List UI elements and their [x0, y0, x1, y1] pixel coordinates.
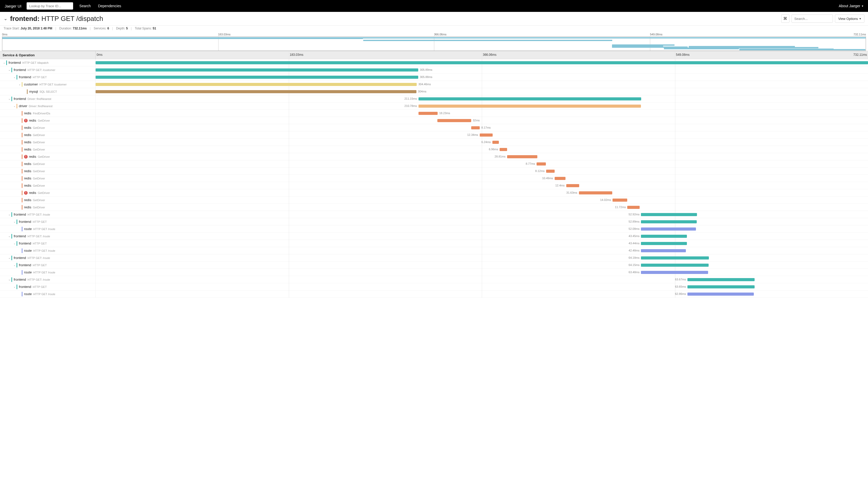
span-row[interactable]: mysqlSQL SELECT304ms — [0, 88, 868, 95]
expand-icon[interactable]: ⌄ — [12, 76, 17, 78]
span-bar[interactable] — [96, 76, 418, 79]
span-row[interactable]: routeHTTP GET /route62.86ms — [0, 290, 868, 298]
span-row[interactable]: ⌄frontendDriver::findNearest211.15ms — [0, 95, 868, 102]
span-row[interactable]: ⌄frontendHTTP GET305.88ms — [0, 73, 868, 81]
span-bar[interactable] — [500, 148, 507, 151]
span-row[interactable]: !redisGetDriver31.63ms — [0, 189, 868, 196]
expand-icon[interactable]: ⌄ — [7, 97, 11, 100]
service-color-bar — [22, 154, 23, 159]
expand-icon[interactable]: ⌄ — [7, 68, 11, 71]
span-bar[interactable] — [492, 141, 499, 144]
span-row[interactable]: redisGetDriver8.77ms — [0, 160, 868, 167]
span-row[interactable]: ⌄frontendHTTP GET: /route63.67ms — [0, 276, 868, 283]
span-bar[interactable] — [96, 90, 416, 93]
span-bar[interactable] — [687, 278, 754, 281]
span-duration-label: 52.92ms — [628, 213, 640, 216]
error-icon: ! — [24, 119, 28, 122]
span-bar[interactable] — [418, 104, 641, 108]
span-row[interactable]: redisGetDriver8.12ms — [0, 167, 868, 175]
span-bar[interactable] — [418, 97, 641, 100]
span-row[interactable]: redisGetDriver12.4ms — [0, 182, 868, 189]
span-bar[interactable] — [507, 155, 537, 158]
span-operation: GetDriver — [33, 206, 45, 209]
shortcuts-button[interactable]: ⌘ — [781, 14, 789, 23]
span-row[interactable]: redisGetDriver6.24ms — [0, 139, 868, 146]
span-row[interactable]: ⌄frontendHTTP GET63.65ms — [0, 283, 868, 290]
collapse-icon[interactable]: ⌄ — [4, 16, 7, 22]
span-operation: HTTP GET: /route — [28, 235, 50, 238]
span-bar[interactable] — [613, 198, 627, 202]
expand-icon[interactable]: ⌄ — [7, 278, 11, 281]
span-bar[interactable] — [641, 227, 696, 231]
span-bar[interactable] — [536, 162, 546, 165]
expand-icon[interactable]: ⌄ — [7, 213, 11, 216]
trace-lookup-input[interactable] — [27, 2, 73, 9]
span-row[interactable]: ⌄frontendHTTP GET: /route52.92ms — [0, 211, 868, 218]
span-row[interactable]: !redisGetDriver28.81ms — [0, 153, 868, 160]
span-bar[interactable] — [641, 220, 697, 223]
span-bar[interactable] — [555, 177, 566, 180]
span-bar[interactable] — [437, 119, 471, 122]
expand-icon[interactable]: ⌄ — [7, 235, 11, 237]
span-row[interactable]: ⌄frontendHTTP GET52.89ms — [0, 218, 868, 225]
span-row[interactable]: !redisGetDriver32ms — [0, 117, 868, 124]
span-row[interactable]: redisGetDriver14.02ms — [0, 196, 868, 204]
expand-icon[interactable]: ⌄ — [12, 104, 17, 107]
expand-icon[interactable]: ⌄ — [2, 61, 6, 64]
expand-icon[interactable]: ⌄ — [7, 256, 11, 259]
span-bar[interactable] — [566, 184, 580, 187]
span-bar[interactable] — [627, 206, 640, 209]
nav-about[interactable]: About Jaeger ▾ — [839, 4, 863, 8]
span-bar[interactable] — [471, 126, 480, 129]
expand-icon[interactable]: ⌄ — [12, 264, 17, 266]
span-bar[interactable] — [687, 292, 754, 296]
span-row[interactable]: ⌄frontendHTTP GET64.15ms — [0, 262, 868, 269]
span-row[interactable]: redisGetDriver10.49ms — [0, 175, 868, 182]
span-bar[interactable] — [641, 213, 697, 216]
span-bar[interactable] — [96, 68, 418, 71]
span-row[interactable]: redisGetDriver12.34ms — [0, 131, 868, 139]
span-row[interactable]: routeHTTP GET /route63.48ms — [0, 269, 868, 276]
span-row[interactable]: redisFindDriverIDs18.23ms — [0, 110, 868, 117]
span-row[interactable]: ⌄customerHTTP GET /customer304.46ms — [0, 81, 868, 88]
span-row[interactable]: redisGetDriver8.17ms — [0, 124, 868, 131]
span-row[interactable]: ⌄frontendHTTP GET: /route64.18ms — [0, 254, 868, 262]
span-row[interactable]: ⌄frontendHTTP GET43.44ms — [0, 240, 868, 247]
span-row[interactable]: ⌄frontendHTTP GET /dispatch — [0, 59, 868, 66]
span-row[interactable]: ⌄frontendHTTP GET: /route43.45ms — [0, 233, 868, 240]
view-options-button[interactable]: View Options ▾ — [835, 14, 864, 23]
span-service: redis — [24, 205, 31, 209]
span-row[interactable]: ⌄driverDriver::findNearest210.78ms — [0, 102, 868, 110]
span-bar[interactable] — [480, 133, 493, 137]
span-row[interactable]: ⌄frontendHTTP GET: /customer305.89ms — [0, 66, 868, 73]
expand-icon[interactable]: ⌄ — [18, 83, 22, 86]
span-bar[interactable] — [96, 61, 868, 64]
span-row[interactable]: redisGetDriver6.96ms — [0, 146, 868, 153]
span-bar[interactable] — [641, 264, 709, 267]
span-bar[interactable] — [641, 249, 686, 252]
span-bar[interactable] — [641, 242, 687, 245]
span-bar[interactable] — [641, 271, 708, 274]
span-service: route — [24, 270, 32, 274]
trace-search-input[interactable] — [792, 14, 833, 23]
span-bar[interactable] — [579, 191, 612, 194]
nav-dependencies[interactable]: Dependencies — [98, 4, 121, 8]
expand-icon[interactable]: ⌄ — [12, 285, 17, 288]
minimap[interactable] — [2, 36, 866, 51]
error-icon: ! — [24, 191, 28, 195]
span-bar[interactable] — [96, 83, 417, 86]
span-row[interactable]: routeHTTP GET /route42.48ms — [0, 247, 868, 254]
nav-search[interactable]: Search — [79, 4, 91, 8]
span-service: redis — [29, 119, 36, 122]
span-bar[interactable] — [418, 112, 438, 115]
span-bar[interactable] — [641, 235, 687, 238]
span-row[interactable]: routeHTTP GET /route52.08ms — [0, 225, 868, 233]
column-header: Service & Operation 0ms183.03ms366.06ms5… — [0, 51, 868, 59]
span-bar[interactable] — [641, 256, 709, 259]
span-bar[interactable] — [687, 285, 754, 288]
expand-icon[interactable]: ⌄ — [12, 242, 17, 245]
expand-icon[interactable]: ⌄ — [12, 220, 17, 223]
span-row[interactable]: redisGetDriver11.72ms — [0, 204, 868, 211]
span-service: frontend — [8, 61, 21, 65]
span-bar[interactable] — [546, 170, 555, 173]
